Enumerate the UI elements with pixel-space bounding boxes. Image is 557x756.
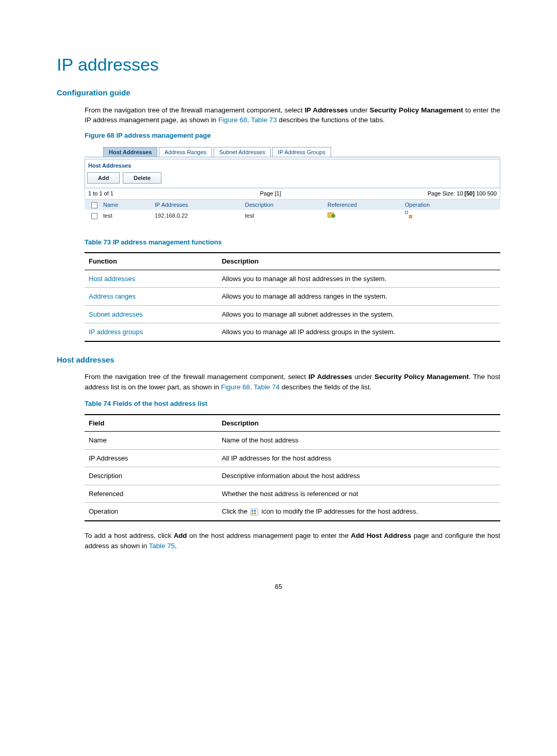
table-row: Address ranges Allows you to manage all … xyxy=(85,288,500,306)
pager-size-label: Page Size: xyxy=(428,190,455,196)
t74-desc-operation: Click the icon to modify the IP addresse… xyxy=(218,503,500,521)
figure-68-caption: Figure 68 IP address management page xyxy=(85,130,500,141)
panel-section-label: Host Addresses xyxy=(87,161,498,172)
link-figure-68[interactable]: Figure 68 xyxy=(218,116,247,124)
t74-field-operation: Operation xyxy=(85,503,218,521)
host-addresses-panel: Host Addresses Add Delete xyxy=(85,159,500,188)
select-all-checkbox[interactable] xyxy=(91,202,97,208)
table-row: IP Addresses All IP addresses for the ho… xyxy=(85,449,500,467)
t73-desc: Allows you to manage all address ranges … xyxy=(218,288,500,306)
tab-subnet-addresses[interactable]: Subnet Addresses xyxy=(214,147,271,158)
page-size-100[interactable]: 100 xyxy=(476,190,485,196)
tab-ip-address-groups[interactable]: IP Address Groups xyxy=(272,147,331,158)
cell-ip: 192.168.0.22 xyxy=(155,211,245,220)
row-checkbox[interactable] xyxy=(91,213,97,219)
table-row: Name Name of the host address xyxy=(85,432,500,450)
txt: To add a host address, click xyxy=(85,532,174,539)
cell-description: test xyxy=(245,211,327,220)
col-name-header[interactable]: Name xyxy=(103,201,155,209)
t73-header-description: Description xyxy=(218,253,500,270)
txt-security-policy: Security Policy Management xyxy=(374,373,469,381)
col-referenced-header[interactable]: Referenced xyxy=(327,201,405,209)
pager-row: 1 to 1 of 1 Page [1] Page Size: 10 [50] … xyxy=(85,188,500,200)
t74-field: Name xyxy=(85,432,218,450)
link-ip-address-groups[interactable]: IP address groups xyxy=(89,328,143,336)
link-address-ranges[interactable]: Address ranges xyxy=(89,292,136,300)
txt: From the navigation tree of the firewall… xyxy=(85,373,308,381)
pager-count: 1 to 1 of 1 xyxy=(88,189,113,198)
t74-field: Description xyxy=(85,467,218,485)
link-table-75[interactable]: Table 75 xyxy=(149,542,175,550)
delete-button[interactable]: Delete xyxy=(123,172,161,184)
t73-desc: Allows you to manage all subnet addresse… xyxy=(218,305,500,323)
config-guide-text: From the navigation tree of the firewall… xyxy=(85,105,500,126)
cell-name: test xyxy=(103,211,155,220)
host-addresses-heading: Host addresses xyxy=(57,354,500,366)
t74-header-field: Field xyxy=(85,415,218,432)
tab-address-ranges[interactable]: Address Ranges xyxy=(159,147,212,158)
table-row: Description Descriptive information abou… xyxy=(85,467,500,485)
txt: under xyxy=(348,106,370,114)
page-size-500[interactable]: 500 xyxy=(487,190,497,196)
txt: . xyxy=(247,116,251,124)
txt: describes the functions of the tabs. xyxy=(277,116,385,124)
host-addresses-text: From the navigation tree of the firewall… xyxy=(85,372,500,392)
t74-desc: Descriptive information about the host a… xyxy=(218,467,500,485)
link-table-74[interactable]: Table 74 xyxy=(254,383,280,391)
t74-desc: All IP addresses for the host address xyxy=(218,449,500,467)
add-button[interactable]: Add xyxy=(87,172,120,184)
page-size-50[interactable]: [50] xyxy=(465,190,475,196)
referenced-icon[interactable] xyxy=(327,211,335,218)
modify-icon xyxy=(250,508,258,516)
pager-size: Page Size: 10 [50] 100 500 xyxy=(428,189,497,198)
table-row: IP address groups Allows you to manage a… xyxy=(85,323,500,341)
txt: describes the fields of the list. xyxy=(280,383,371,391)
tab-host-addresses[interactable]: Host Addresses xyxy=(103,147,157,158)
t74-header-description: Description xyxy=(218,415,500,432)
list-header-row: Name IP Addresses Description Referenced… xyxy=(85,200,500,210)
col-desc-header[interactable]: Description xyxy=(245,201,327,209)
page-title: IP addresses xyxy=(57,52,500,78)
table-row: test 192.168.0.22 test xyxy=(85,210,500,222)
table-row: Host addresses Allows you to manage all … xyxy=(85,270,500,288)
txt-ip-addresses: IP Addresses xyxy=(305,106,348,114)
page-size-10[interactable]: 10 xyxy=(456,190,463,196)
config-guide-heading: Configuration guide xyxy=(57,87,500,99)
t73-header-function: Function xyxy=(85,253,218,270)
table-row: Subnet addresses Allows you to manage al… xyxy=(85,305,500,323)
txt-ip-addresses: IP Addresses xyxy=(308,373,352,381)
link-host-addresses[interactable]: Host addresses xyxy=(89,275,135,283)
t74-desc: Whether the host address is referenced o… xyxy=(218,485,500,503)
tab-strip: Host Addresses Address Ranges Subnet Add… xyxy=(85,145,500,158)
txt-add-host-address: Add Host Address xyxy=(351,532,411,539)
t73-desc: Allows you to manage all IP address grou… xyxy=(218,323,500,341)
table-row: Operation Click the icon to modify the I… xyxy=(85,503,500,521)
txt: . xyxy=(250,383,254,391)
txt: icon to modify the IP addresses for the … xyxy=(259,507,418,515)
txt: on the host address management page to e… xyxy=(187,532,351,539)
link-figure-68[interactable]: Figure 68 xyxy=(221,383,250,391)
table-row: Referenced Whether the host address is r… xyxy=(85,485,500,503)
figure-68-screenshot: Host Addresses Address Ranges Subnet Add… xyxy=(85,145,500,222)
t74-field: Referenced xyxy=(85,485,218,503)
t74-desc: Name of the host address xyxy=(218,432,500,450)
t73-desc: Allows you to manage all host addresses … xyxy=(218,270,500,288)
table-73: Function Description Host addresses Allo… xyxy=(85,252,500,342)
table-73-caption: Table 73 IP address management functions xyxy=(85,237,500,248)
txt-add: Add xyxy=(174,532,187,539)
table-74-caption: Table 74 Fields of the host address list xyxy=(85,399,500,409)
txt: . xyxy=(175,542,177,550)
txt: From the navigation tree of the firewall… xyxy=(85,106,305,114)
txt: under xyxy=(352,373,375,381)
txt: Click the xyxy=(222,507,249,515)
pager-page: Page [1] xyxy=(260,189,281,198)
trailing-paragraph: To add a host address, click Add on the … xyxy=(85,531,500,551)
link-subnet-addresses[interactable]: Subnet addresses xyxy=(89,310,143,318)
col-operation-header[interactable]: Operation xyxy=(405,201,499,209)
col-ip-header[interactable]: IP Addresses xyxy=(155,201,245,209)
txt-security-policy: Security Policy Management xyxy=(370,106,463,114)
link-table-73[interactable]: Table 73 xyxy=(251,116,277,124)
modify-icon[interactable] xyxy=(405,211,412,218)
t74-field: IP Addresses xyxy=(85,449,218,467)
table-74: Field Description Name Name of the host … xyxy=(85,414,500,521)
